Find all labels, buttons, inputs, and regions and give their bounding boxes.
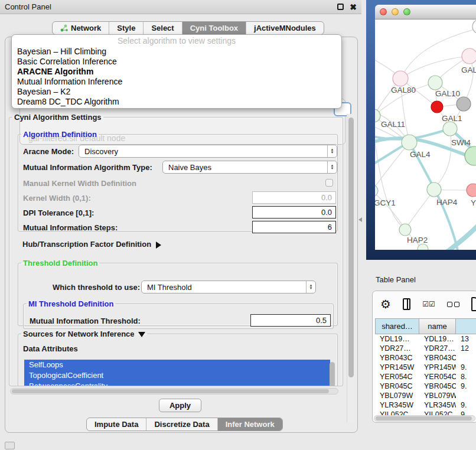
network-window-titlebar[interactable] [375, 5, 476, 19]
unchecked-square-icon [447, 302, 452, 307]
minimize-traffic-light-icon[interactable] [392, 8, 399, 15]
node-label: GAL80 [391, 86, 416, 94]
algorithm-popup-prompt: Select algorithm to view settings [12, 36, 341, 47]
algorithm-option[interactable]: Bayesian – K2 [12, 87, 341, 97]
algorithm-option[interactable]: Dream8 DC_TDC Algorithm [12, 97, 341, 107]
settings-vertical-scrollbar[interactable] [347, 114, 354, 422]
node-gal10[interactable] [428, 76, 442, 90]
algorithm-definition-legend: Algorithm Definition [21, 130, 99, 139]
tab-cyni-toolbox[interactable]: Cyni Toolbox [182, 22, 246, 34]
tab-select[interactable]: Select [144, 22, 182, 34]
tab-impute-data[interactable]: Impute Data [87, 418, 146, 431]
hscroll-thumb[interactable] [12, 389, 329, 393]
document-icon[interactable] [471, 297, 476, 311]
node-hap2[interactable] [399, 224, 411, 236]
attribute-item[interactable]: BetweennessCentrality [24, 381, 330, 386]
split-view-icon[interactable] [403, 298, 410, 310]
node-table: shared… name YDL19…YDL19…13 YDR27…YDR27…… [375, 318, 476, 419]
table-row[interactable]: YBR045CYBR045C9. [375, 381, 476, 391]
vscroll-thumb[interactable] [348, 118, 354, 377]
aracne-mode-combo[interactable]: Discovery ▲ ▼ [79, 145, 337, 158]
table-row[interactable]: YDR27…YDR27…12 [375, 344, 476, 353]
tab-network-label: Network [71, 24, 101, 32]
stepper-arrows-icon[interactable]: ▲ ▼ [306, 281, 315, 293]
tab-discretize-data[interactable]: Discretize Data [146, 418, 217, 431]
table-body: YDL19…YDL19…13 YDR27…YDR27…12 YBR043CYBR… [375, 334, 476, 419]
tab-style[interactable]: Style [109, 22, 144, 34]
node-gray[interactable] [457, 97, 471, 111]
cell: 12 [456, 344, 476, 353]
select-all-icon[interactable]: ☑☑ [422, 300, 435, 308]
table-row[interactable]: YPR145WYPR145W9. [375, 363, 476, 372]
float-window-icon[interactable] [337, 4, 344, 10]
algorithm-option-selected[interactable]: ARACNE Algorithm [12, 67, 341, 77]
table-row[interactable]: YER054CYER054C8. [375, 372, 476, 381]
data-attributes-list[interactable]: SelfLoops TopologicalCoefficient Between… [24, 360, 330, 386]
cell: YPR145W [419, 363, 456, 372]
network-node-labels: GAL GAL80 GAL10 GAL1 GAL11 GAL4 SWI4 HAP… [375, 66, 476, 244]
tab-jactivemnodules[interactable]: jActiveMNodules [246, 22, 324, 34]
cell: YBR045C [375, 381, 419, 391]
attributes-list-scrollbar[interactable] [330, 362, 335, 386]
sources-group: Sources for Network Inference Data Attri… [18, 330, 338, 386]
node-salmon[interactable] [467, 184, 476, 197]
attribute-item[interactable]: SelfLoops [24, 360, 330, 370]
mi-type-combo[interactable]: Naive Bayes ▲ ▼ [162, 161, 337, 174]
hub-definition-toggle[interactable]: Hub/Transcription Factor Definition [22, 240, 161, 249]
node-gal80[interactable] [393, 71, 408, 86]
network-view-window: GAL GAL80 GAL10 GAL1 GAL11 GAL4 SWI4 HAP… [375, 5, 476, 250]
node[interactable] [472, 19, 476, 34]
tab-network[interactable]: Network [53, 22, 109, 34]
manual-kernel-checkbox[interactable] [325, 179, 333, 187]
table-hscroll-thumb[interactable] [376, 416, 472, 420]
node-gal4[interactable] [402, 135, 417, 150]
which-threshold-combo[interactable]: MI Threshold ▲ ▼ [141, 281, 316, 294]
attribute-item[interactable]: TopologicalCoefficient [24, 370, 330, 381]
node-gal1-selected[interactable] [431, 101, 443, 113]
node-hap4[interactable] [427, 182, 441, 197]
table-row[interactable]: YBR043CYBR043C [375, 353, 476, 363]
node-light-green[interactable] [443, 122, 457, 136]
close-icon[interactable]: ✖ [350, 3, 357, 11]
table-row[interactable]: YBL079WYBL079W [375, 391, 476, 400]
tab-infer-network[interactable]: Infer Network [218, 418, 282, 431]
kernel-width-field[interactable]: 0.0 [252, 191, 336, 204]
panel-splitter-collapse-arrow[interactable] [358, 217, 362, 222]
cell: 9. [456, 363, 476, 372]
dpi-tolerance-field[interactable]: 0.0 [252, 206, 336, 219]
node-gcy1[interactable] [375, 185, 378, 197]
table-row[interactable]: YDL19…YDL19…13 [375, 334, 476, 344]
mi-steps-label: Mutual Information Steps: [23, 223, 118, 232]
apply-button[interactable]: Apply [159, 399, 201, 412]
bottom-corner-widget[interactable] [5, 442, 15, 449]
mi-steps-field[interactable]: 6 [252, 221, 336, 233]
cell: YBR043C [375, 353, 419, 363]
sources-legend[interactable]: Sources for Network Inference [21, 330, 147, 338]
zoom-traffic-light-icon[interactable] [403, 8, 410, 15]
stepper-arrows-icon[interactable]: ▲ ▼ [327, 145, 337, 157]
column-header-name[interactable]: name [419, 318, 456, 334]
settings-horizontal-scrollbar[interactable] [10, 388, 338, 394]
close-traffic-light-icon[interactable] [380, 8, 387, 15]
node[interactable] [462, 48, 476, 64]
cell: YBL079W [375, 391, 419, 400]
network-canvas[interactable]: GAL GAL80 GAL10 GAL1 GAL11 GAL4 SWI4 HAP… [375, 19, 476, 250]
stepper-arrows-icon[interactable]: ▲ ▼ [327, 161, 337, 173]
algorithm-option[interactable]: Bayesian – Hill Climbing [12, 47, 341, 57]
node-swi4[interactable] [465, 146, 476, 165]
table-row[interactable]: YLR345WYLR345W9. [375, 400, 476, 410]
hub-definition-label: Hub/Transcription Factor Definition [22, 240, 151, 249]
column-header-shared-name[interactable]: shared… [375, 318, 419, 334]
gear-icon[interactable]: ⚙ [380, 297, 391, 311]
mi-threshold-field[interactable]: 0.5 [250, 314, 331, 327]
algorithm-option[interactable]: Mutual Information Inference [12, 77, 341, 87]
aracne-mode-label: Aracne Mode: [23, 147, 74, 156]
cell: YPR145W [375, 363, 419, 372]
node[interactable] [418, 244, 428, 250]
column-header-clipped[interactable] [456, 318, 476, 334]
algorithm-option[interactable]: Basic Correlation Inference [12, 57, 341, 67]
cell: 8. [456, 372, 476, 381]
deselect-all-icon[interactable] [447, 302, 459, 307]
cell: YBR045C [419, 381, 456, 391]
table-horizontal-scrollbar[interactable] [374, 415, 475, 422]
